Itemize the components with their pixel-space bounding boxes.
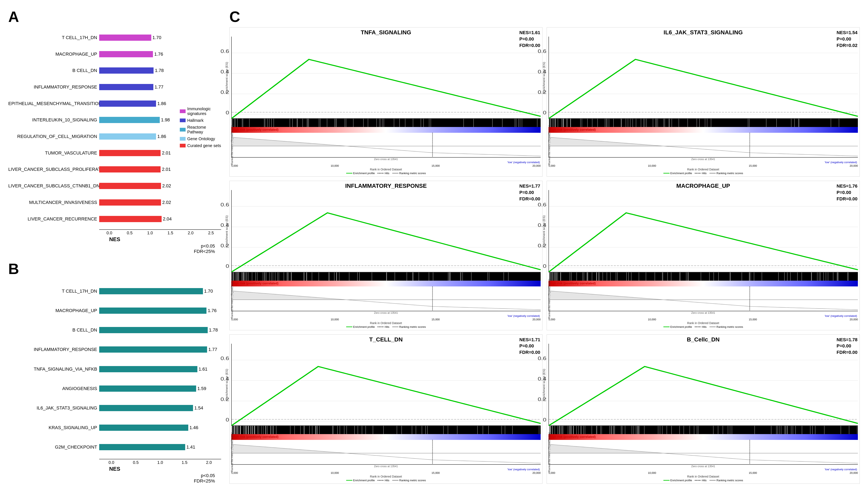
gsea-legend-bar: Enrichment profileHitsRanking metric sco… bbox=[549, 479, 858, 482]
hit-line bbox=[266, 426, 266, 434]
hit-line bbox=[588, 272, 588, 281]
bar-row: INFLAMMATORY_RESPONSE1.77 bbox=[8, 346, 221, 353]
zero-cross-label: Zero cross at 13541 bbox=[231, 311, 541, 314]
bar-wrapper: 2.02 bbox=[99, 183, 176, 189]
hit-line bbox=[492, 119, 493, 127]
svg-text:0.4: 0.4 bbox=[538, 376, 547, 382]
svg-text:0: 0 bbox=[543, 264, 547, 269]
hit-line bbox=[304, 272, 304, 281]
hit-line bbox=[824, 426, 824, 434]
gsea-legend-label: Enrichment profile bbox=[670, 479, 692, 482]
bar bbox=[99, 100, 156, 107]
fdr-value: FDR=0.00 bbox=[837, 350, 858, 355]
hit-line bbox=[707, 119, 707, 127]
hit-line bbox=[625, 426, 625, 434]
bar-label: IL6_JAK_STAT3_SIGNALING bbox=[8, 405, 99, 411]
bar-wrapper: 1.61 bbox=[99, 366, 221, 372]
nes-value: NES=1.76 bbox=[837, 183, 858, 189]
gsea-stats: NES=1.76 P=0.00 FDR=0.00 bbox=[837, 183, 858, 202]
panel-b-bars: T CELL_17H_DN1.70MACROPHAGE_UP1.76B CELL… bbox=[8, 279, 221, 459]
hit-line bbox=[234, 426, 235, 434]
bar-wrapper: 1.54 bbox=[99, 405, 221, 411]
low-risk-label: 'low' (negatively correlated) bbox=[549, 161, 858, 164]
bar-label: G2M_CHECKPOINT bbox=[8, 444, 99, 450]
hit-line bbox=[567, 119, 568, 127]
gsea-stats: NES=1.78 P=0.00 FDR=0.00 bbox=[837, 337, 858, 356]
bar-wrapper: 1.76 bbox=[99, 308, 221, 314]
bar-value: 1.54 bbox=[194, 405, 203, 411]
hit-line bbox=[748, 119, 748, 127]
hit-line bbox=[508, 272, 508, 281]
fdr-value: FDR=0.00 bbox=[837, 196, 858, 201]
legend-item: Gene Ontology bbox=[180, 137, 221, 141]
high-risk-text: High risk (positively correlated) bbox=[232, 281, 279, 286]
hit-line bbox=[337, 272, 337, 281]
ranking-area: Ranked list metric (Signal2Noise) bbox=[231, 133, 541, 157]
hit-line bbox=[259, 426, 259, 434]
gsea-x-axis: 5,00010,00015,00020,000 bbox=[231, 317, 541, 321]
hit-line bbox=[569, 426, 570, 434]
gsea-legend-line bbox=[377, 173, 384, 173]
color-bar: High risk (positively correlated) bbox=[231, 127, 541, 133]
hit-line bbox=[488, 272, 488, 281]
right-panel: C TNFA_SIGNALINGNES=1.61 P=0.00 FDR=0.00… bbox=[225, 8, 860, 484]
x-tick: 0.5 bbox=[120, 230, 140, 235]
hit-line bbox=[373, 426, 373, 434]
bar-value: 1.61 bbox=[199, 367, 208, 372]
ranking-curve-svg bbox=[232, 287, 541, 311]
hit-line bbox=[290, 426, 290, 434]
hit-line bbox=[505, 426, 505, 434]
svg-text:0.4: 0.4 bbox=[220, 223, 229, 228]
hit-line bbox=[784, 272, 785, 281]
hit-line bbox=[413, 119, 413, 127]
bar bbox=[99, 405, 193, 411]
hit-line bbox=[315, 426, 316, 434]
svg-text:0.6: 0.6 bbox=[538, 202, 547, 207]
gsea-title: T_CELL_DN bbox=[231, 336, 541, 343]
high-risk-text: High risk (positively correlated) bbox=[232, 128, 279, 132]
legend-item: Reactome Pathway bbox=[180, 125, 221, 134]
hit-line bbox=[449, 272, 449, 281]
gsea-legend-label: Enrichment profile bbox=[670, 172, 692, 175]
hit-line bbox=[812, 426, 813, 434]
bar-row: G2M_CHECKPOINT1.41 bbox=[8, 443, 221, 451]
hit-line bbox=[749, 119, 749, 127]
hit-line bbox=[672, 119, 672, 127]
bar bbox=[99, 150, 161, 156]
panel-a-xlabel: NES bbox=[8, 236, 221, 243]
gsea-legend-item: Hits bbox=[695, 172, 706, 175]
bar-value: 1.76 bbox=[208, 308, 217, 313]
gsea-legend-bar: Enrichment profileHitsRanking metric sco… bbox=[549, 325, 858, 328]
bar-value: 1.77 bbox=[155, 84, 163, 90]
hit-line bbox=[585, 426, 585, 434]
panel-b-xlabel: NES bbox=[8, 466, 221, 472]
enrichment-area: Enrichment score (ES)00.20.40.6 bbox=[549, 190, 858, 272]
hit-line bbox=[273, 426, 273, 434]
bar-value: 1.76 bbox=[154, 51, 163, 57]
fdr-value: FDR=0.00 bbox=[519, 43, 540, 48]
gsea-legend-label: Enrichment profile bbox=[670, 325, 692, 328]
gsea-x-axis-label: Rank in Ordered Dataset bbox=[231, 475, 541, 478]
hit-line bbox=[616, 272, 616, 281]
hit-line bbox=[658, 426, 658, 434]
x-tick: 1.0 bbox=[148, 460, 173, 465]
zero-cross-label: Zero cross at 13541 bbox=[231, 157, 541, 161]
enrichment-curve-svg: 00.20.40.6 bbox=[232, 190, 541, 272]
x-tick: 15,000 bbox=[431, 471, 440, 474]
hit-line bbox=[483, 426, 483, 434]
hit-line bbox=[304, 426, 305, 434]
bar-row: INTERLEUKIN_10_SIGNALING1.98 bbox=[8, 116, 176, 124]
nes-value: NES=1.61 bbox=[519, 30, 540, 35]
gsea-stats: NES=1.54 P=0.00 FDR=0.02 bbox=[837, 30, 858, 49]
legend-label: Reactome Pathway bbox=[187, 125, 221, 134]
svg-text:0.6: 0.6 bbox=[220, 49, 229, 54]
hit-line bbox=[553, 272, 553, 281]
gsea-legend-bar: Enrichment profileHitsRanking metric sco… bbox=[549, 172, 858, 175]
gsea-plot-tcell: T_CELL_DNNES=1.71 P=0.00 FDR=0.00Enrichm… bbox=[229, 335, 543, 484]
hit-line bbox=[632, 426, 632, 434]
x-tick: 15,000 bbox=[431, 318, 440, 321]
left-panel: A T CELL_17H_DN1.70MACROPHAGE_UP1.76B CE… bbox=[8, 8, 225, 484]
enrichment-polyline bbox=[549, 213, 858, 272]
bar-label: INFLAMMATORY_RESPONSE bbox=[8, 347, 99, 352]
gsea-legend-item: Enrichment profile bbox=[346, 172, 375, 175]
